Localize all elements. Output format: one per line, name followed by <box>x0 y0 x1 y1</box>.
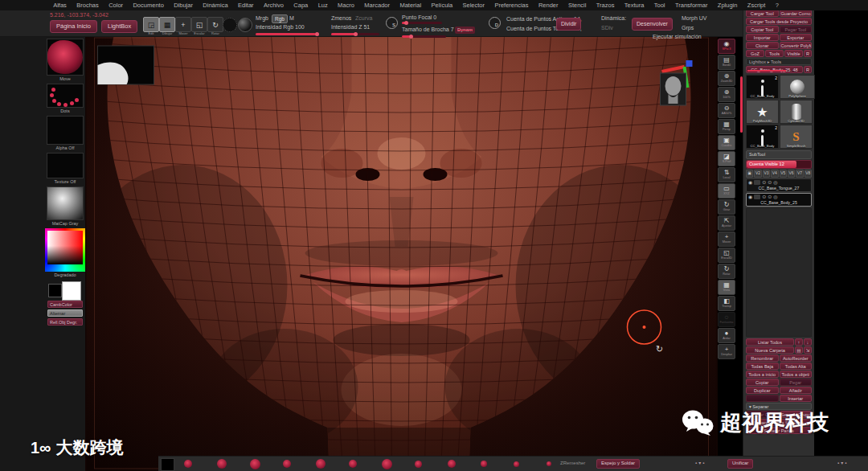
rgb-toggle[interactable]: Rgb <box>272 14 288 23</box>
exportar-button[interactable]: Exportar <box>780 34 813 41</box>
r-chip[interactable]: R <box>804 50 812 57</box>
mode-icon[interactable]: ◱ Escalar <box>191 17 207 32</box>
unificar-mini-icons[interactable]: ▪▾▪ <box>837 460 848 465</box>
menu-item[interactable]: Macro <box>333 2 359 9</box>
view-tab[interactable]: V3 <box>763 170 770 178</box>
intensidad-rgb-slider[interactable] <box>256 33 318 35</box>
clonar-button[interactable]: Clonar <box>746 42 779 49</box>
view-tab[interactable]: V5 <box>780 170 787 178</box>
menu-item[interactable]: Zplugin <box>713 2 743 9</box>
grps-label[interactable]: Grps <box>682 25 694 31</box>
menu-item[interactable]: Dibujar <box>169 2 198 9</box>
menu-item[interactable]: Luz <box>313 2 332 9</box>
brush-thumbnail[interactable] <box>448 460 456 468</box>
shelf-button[interactable]: ⇱ Ajustar <box>718 215 735 231</box>
renombrar-button[interactable]: Renombrar <box>746 354 779 362</box>
guardar-como-button[interactable]: Guardar Como <box>780 10 813 17</box>
menu-item[interactable]: Editar <box>233 2 259 9</box>
shelf-button[interactable]: ◱ Esca3D <box>718 248 735 263</box>
shelf-button[interactable]: ◪ S.Prof <box>718 151 735 166</box>
menu-item[interactable]: Brochas <box>72 2 104 9</box>
r-chip-2[interactable]: R <box>804 66 812 73</box>
shelf-button[interactable]: ▦ Persp <box>718 119 735 134</box>
tool-thumbnail[interactable]: 2 CC_Base_Body <box>746 75 779 99</box>
tool-thumbnail[interactable]: SimpleBrush <box>780 125 813 149</box>
shelf-button[interactable]: ◧ Transp <box>718 296 735 311</box>
tool-thumbnail[interactable]: PolyMesh3D <box>746 100 779 124</box>
mode-icon[interactable]: + Mover <box>175 17 191 32</box>
subtool-list-area[interactable] <box>746 208 812 337</box>
todas-baja-button[interactable]: Todas Baja <box>746 362 779 370</box>
menu-item[interactable]: Stencil <box>563 2 592 9</box>
subtool-item[interactable]: ◉⊙⊙◎ CC_Base_Tongue_27 <box>746 178 812 192</box>
punto-focal-slider[interactable] <box>402 22 442 24</box>
brush-thumbnail[interactable] <box>217 459 227 469</box>
subtool-item-selected[interactable]: ◉⊙⊙◎ CC_Base_Body_25 <box>746 193 812 207</box>
tools-button[interactable]: Tools <box>765 50 784 57</box>
brush-thumbnail[interactable] <box>316 459 326 469</box>
mode-icon[interactable]: ◲ Edit <box>143 17 159 32</box>
brush-thumbnail[interactable] <box>283 460 291 468</box>
move-up-icon[interactable]: ↑ <box>795 338 803 346</box>
shelf-button[interactable]: ↻ Rotar <box>718 264 735 279</box>
shelf-button[interactable]: ⊖ AA50% <box>718 103 735 118</box>
brush-thumbnail[interactable] <box>184 460 192 468</box>
espejo-soldar-button[interactable]: Espejo y Soldar <box>596 459 640 469</box>
todas-alta-button[interactable]: Todas Alta <box>780 362 813 370</box>
shelf-button[interactable]: ⇅ Local <box>718 167 735 182</box>
focal-dial[interactable]: S <box>386 17 398 29</box>
view-tab[interactable]: V7 <box>796 170 803 178</box>
view-tab[interactable]: V2 <box>754 170 761 178</box>
ejecutar-simulacion-label[interactable]: Ejecutar simulación <box>653 34 702 39</box>
anadir-button[interactable]: Añadir <box>780 387 813 394</box>
menu-item[interactable]: Dinámica <box>198 2 233 9</box>
importar-button[interactable]: Importar <box>746 34 779 41</box>
brush-thumbnail[interactable] <box>349 460 357 468</box>
alternar-button[interactable]: Alternar <box>47 309 83 317</box>
texture-thumbnail[interactable] <box>47 153 84 178</box>
todos-objeti-button[interactable]: Todos a objeti <box>780 371 813 378</box>
camera-head-thumbnail[interactable] <box>661 73 686 105</box>
zcurva-toggle[interactable]: Zcurva <box>355 15 372 21</box>
menu-item[interactable]: ? <box>771 2 784 9</box>
menu-item[interactable]: Trazos <box>592 2 620 9</box>
menu-item[interactable]: Documento <box>128 2 169 9</box>
duplicar-button[interactable]: Duplicar <box>746 387 779 394</box>
visible-button[interactable]: Visible <box>784 50 803 57</box>
mode-icon[interactable]: ▦ Dibujar <box>159 17 175 32</box>
menu-item[interactable]: Zscript <box>743 2 771 9</box>
mode-icon[interactable]: ↻ Rotar <box>207 17 223 32</box>
goz-button[interactable]: GoZ <box>746 50 764 57</box>
current-brush-thumbnail[interactable] <box>47 39 84 76</box>
palette-scrollbar[interactable] <box>740 76 743 133</box>
tool-thumbnail[interactable]: Cylinder3D <box>780 100 813 124</box>
shelf-button[interactable]: ▭ XYZ <box>718 183 735 199</box>
m-toggle[interactable]: M <box>289 15 294 21</box>
color-picker[interactable] <box>45 228 85 272</box>
menu-item[interactable]: Capa <box>289 2 313 9</box>
move-down-icon[interactable]: ↓ <box>804 338 812 346</box>
shelf-button[interactable]: ⊕ 100% <box>718 87 735 102</box>
shelf-button[interactable]: ↻ Girar <box>718 199 735 215</box>
cuenta-visible-slider[interactable]: Cuenta Visible 12 <box>746 160 812 169</box>
shelf-button[interactable]: + Desplaz <box>718 344 735 359</box>
menu-item[interactable]: Textura <box>620 2 649 9</box>
zremesher-label[interactable]: ZRemesher <box>560 461 585 465</box>
lightbox-tools-breadcrumb[interactable]: Lightbox ▸ Tools <box>746 58 812 65</box>
pagina-inicio-button[interactable]: Página Inicio <box>50 20 97 33</box>
menu-item[interactable]: Tool <box>649 2 670 9</box>
zmenos-toggle[interactable]: Zmenos <box>331 15 351 21</box>
alpha-thumbnail[interactable] <box>47 116 84 145</box>
folder-icon[interactable]: ▤ <box>795 346 803 354</box>
pegar-tool-button[interactable]: Pegar Tool <box>780 26 813 33</box>
desenvolver-button[interactable]: Desenvolver <box>632 18 673 31</box>
cargar-tools-proyecto-button[interactable]: Cargar Tools desde Proyecto <box>746 18 812 25</box>
shelf-button[interactable]: ▦ Vista <box>718 280 735 295</box>
camb-color-button[interactable]: CambColor <box>47 301 83 308</box>
menu-item[interactable]: Selector <box>457 2 489 9</box>
secondary-color-swatch[interactable] <box>48 284 62 297</box>
brush-thumbnail[interactable] <box>547 461 551 466</box>
cargar-tool-button[interactable]: Cargar Tool <box>746 10 779 17</box>
tool-thumbnail[interactable]: PolySphere <box>780 75 815 99</box>
shelf-button[interactable]: ▣ Cuadric <box>718 135 735 150</box>
